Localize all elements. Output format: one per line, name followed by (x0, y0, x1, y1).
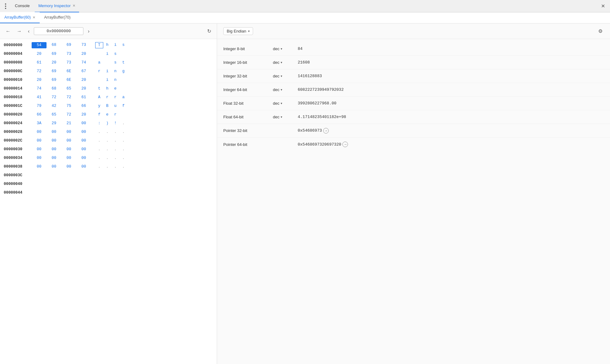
hex-byte[interactable]: 20 (76, 77, 91, 83)
hex-byte[interactable]: 20 (47, 60, 61, 65)
hex-byte[interactable]: 66 (76, 103, 91, 109)
ascii-char[interactable]: r (111, 94, 119, 100)
hex-byte[interactable]: 68 (47, 42, 61, 48)
pointer-navigate-icon[interactable]: → (323, 128, 329, 134)
ascii-char[interactable]: r (103, 94, 111, 100)
hex-byte[interactable]: 00 (61, 155, 76, 161)
ascii-char[interactable]: i (103, 68, 111, 74)
ascii-char[interactable] (95, 51, 103, 57)
pointer-link[interactable]: 0x54686973 → (298, 128, 329, 134)
ascii-char[interactable]: f (95, 112, 103, 117)
hex-byte[interactable]: 00 (47, 164, 61, 169)
hex-byte[interactable]: 00 (76, 138, 91, 143)
ascii-char[interactable]: . (103, 129, 111, 135)
ascii-char[interactable]: . (95, 147, 103, 152)
hex-byte[interactable]: 00 (47, 155, 61, 161)
hex-byte[interactable]: 6E (61, 68, 76, 74)
hex-byte[interactable]: 00 (32, 138, 47, 143)
ascii-char[interactable]: . (119, 121, 127, 126)
hex-byte[interactable]: 72 (47, 94, 61, 100)
hex-byte[interactable]: 21 (61, 121, 76, 126)
ascii-char[interactable]: . (119, 147, 127, 152)
ascii-char[interactable]: : (95, 121, 103, 126)
endian-select[interactable]: Big Endian ▾ (223, 27, 253, 35)
hex-byte[interactable]: 00 (76, 129, 91, 135)
ascii-char[interactable]: ! (111, 121, 119, 126)
ascii-char[interactable]: u (111, 103, 119, 109)
hex-byte[interactable]: 65 (47, 112, 61, 117)
hex-byte[interactable]: 68 (47, 86, 61, 91)
ascii-char[interactable]: B (103, 103, 111, 109)
hex-byte[interactable]: 00 (61, 129, 76, 135)
hex-byte[interactable]: 6E (61, 77, 76, 83)
hex-byte[interactable]: 00 (47, 147, 61, 152)
ascii-char[interactable] (103, 60, 111, 65)
ascii-char[interactable]: t (95, 86, 103, 91)
arraybuffer-70-tab[interactable]: ArrayBuffer(70) (40, 12, 75, 23)
arraybuffer-60-tab[interactable]: ArrayBuffer(60) ✕ (0, 12, 40, 23)
hex-byte[interactable]: 20 (76, 51, 91, 57)
ascii-char[interactable]: i (111, 42, 119, 48)
ascii-char[interactable]: . (95, 129, 103, 135)
ascii-char[interactable]: . (111, 129, 119, 135)
ascii-char[interactable]: . (95, 138, 103, 143)
arraybuffer-60-close[interactable]: ✕ (33, 15, 35, 20)
hex-byte[interactable]: 00 (47, 129, 61, 135)
ascii-char[interactable]: . (119, 164, 127, 169)
ascii-char[interactable]: y (95, 103, 103, 109)
ascii-char[interactable]: i (103, 77, 111, 83)
pointer-link[interactable]: 0x5468697320697320 → (298, 142, 348, 147)
pointer-navigate-icon[interactable]: → (342, 142, 348, 147)
ascii-char[interactable]: . (119, 155, 127, 161)
hex-byte[interactable]: 00 (32, 164, 47, 169)
hex-byte[interactable]: 20 (32, 51, 47, 57)
next-page-button[interactable]: › (86, 27, 91, 35)
menu-dots-icon[interactable] (2, 3, 9, 9)
hex-byte[interactable]: 61 (76, 94, 91, 100)
ascii-char[interactable]: s (111, 60, 119, 65)
hex-byte[interactable]: 69 (47, 77, 61, 83)
insp-format-select[interactable]: dec▾ (273, 60, 298, 65)
hex-byte[interactable]: 75 (61, 103, 76, 109)
insp-format-select[interactable]: dec▾ (273, 115, 298, 119)
hex-byte[interactable]: 73 (76, 42, 91, 48)
hex-byte[interactable]: 74 (76, 60, 91, 65)
ascii-char[interactable]: f (119, 103, 127, 109)
hex-byte[interactable]: 00 (47, 138, 61, 143)
ascii-char[interactable]: t (119, 60, 127, 65)
insp-format-select[interactable]: dec▾ (273, 74, 298, 78)
ascii-char[interactable]: a (119, 94, 127, 100)
hex-byte[interactable]: 72 (32, 68, 47, 74)
hex-byte[interactable]: 00 (32, 155, 47, 161)
hex-byte[interactable]: 00 (32, 147, 47, 152)
hex-byte[interactable]: 3A (32, 121, 47, 126)
hex-byte[interactable]: 20 (76, 86, 91, 91)
hex-byte[interactable]: 00 (76, 164, 91, 169)
hex-byte[interactable]: 79 (32, 103, 47, 109)
hex-byte[interactable]: 41 (32, 94, 47, 100)
hex-byte[interactable]: 00 (76, 155, 91, 161)
ascii-char[interactable]: . (111, 155, 119, 161)
ascii-char[interactable] (119, 51, 127, 57)
ascii-char[interactable] (119, 86, 127, 91)
ascii-char[interactable]: n (111, 68, 119, 74)
insp-format-select[interactable]: dec▾ (273, 46, 298, 51)
ascii-char[interactable]: r (111, 112, 119, 117)
hex-byte[interactable]: 67 (76, 68, 91, 74)
ascii-char[interactable]: h (103, 42, 111, 48)
ascii-char[interactable]: r (95, 68, 103, 74)
ascii-char[interactable]: n (111, 77, 119, 83)
hex-byte[interactable]: 69 (47, 51, 61, 57)
refresh-button[interactable]: ↻ (205, 27, 213, 35)
hex-byte[interactable]: 69 (61, 42, 76, 48)
hex-byte[interactable]: 20 (32, 77, 47, 83)
console-tab[interactable]: Console (11, 0, 33, 12)
ascii-char[interactable]: T (95, 42, 103, 48)
insp-format-select[interactable]: dec▾ (273, 101, 298, 106)
ascii-char[interactable]: ) (103, 121, 111, 126)
hex-byte[interactable]: 61 (32, 60, 47, 65)
ascii-char[interactable]: . (95, 155, 103, 161)
insp-format-select[interactable]: dec▾ (273, 87, 298, 92)
ascii-char[interactable]: h (103, 86, 111, 91)
ascii-char[interactable]: e (103, 112, 111, 117)
